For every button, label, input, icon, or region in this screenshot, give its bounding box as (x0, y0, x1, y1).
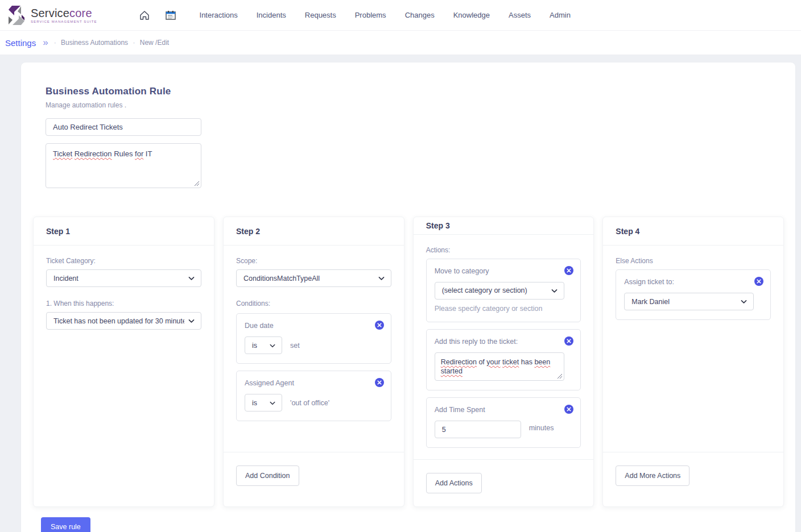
category-select[interactable]: (select category or section) (435, 282, 564, 300)
resize-grip-icon[interactable] (557, 373, 563, 379)
breadcrumb-business-automations[interactable]: Business Automations (61, 39, 128, 47)
condition-due-date: Due date is set (236, 313, 391, 364)
scope-select[interactable]: ConditionsMatchTypeAll (236, 269, 391, 287)
breadcrumb-new-edit: New /Edit (140, 39, 169, 47)
chevron-down-icon (188, 317, 195, 325)
remove-condition-icon[interactable] (375, 378, 384, 387)
chevron-down-icon (740, 298, 748, 305)
nav-incidents[interactable]: Incidents (257, 11, 286, 19)
step4-card: Step 4 Else Actions Assign ticket to: Ma… (602, 217, 784, 507)
rule-description-textarea[interactable]: Ticket Redirection Rules for IT (46, 143, 201, 188)
chevron-down-icon (378, 275, 385, 282)
action-assign-ticket: Assign ticket to: Mark Daniel (616, 269, 771, 320)
action-move-to-category: Move to category (select category or sec… (426, 259, 581, 322)
steps-row: Step 1 Ticket Category: Incident 1. When… (33, 217, 784, 507)
time-unit-label: minutes (529, 424, 554, 432)
action-add-time-spent: Add Time Spent minutes (426, 397, 581, 448)
chevron-down-icon (188, 275, 195, 282)
nav-interactions[interactable]: Interactions (200, 11, 238, 19)
time-spent-input[interactable] (435, 421, 521, 438)
condition-assigned-agent: Assigned Agent is 'out of office' (236, 371, 391, 421)
add-actions-button[interactable]: Add Actions (426, 473, 482, 493)
add-more-actions-button[interactable]: Add More Actions (616, 466, 689, 486)
rule-name-input[interactable] (46, 118, 201, 136)
nav-changes[interactable]: Changes (405, 11, 435, 19)
else-actions-label: Else Actions (616, 257, 771, 265)
ticket-category-label: Ticket Category: (46, 257, 201, 265)
action-label: Add Time Spent (435, 406, 573, 414)
condition-operator-select[interactable]: is (245, 336, 282, 354)
step4-title: Step 4 (603, 217, 783, 246)
chevron-down-icon (551, 287, 558, 294)
action-label: Add this reply to the ticket: (435, 338, 573, 346)
assignee-select[interactable]: Mark Daniel (624, 293, 754, 310)
action-label: Assign ticket to: (624, 278, 762, 286)
double-chevron-icon: » (43, 37, 46, 48)
remove-condition-icon[interactable] (375, 321, 384, 330)
primary-nav: Interactions Incidents Requests Problems… (200, 11, 571, 19)
reply-textarea[interactable]: Redirection of your ticket has been star… (435, 352, 564, 381)
nav-knowledge[interactable]: Knowledge (453, 11, 490, 19)
add-condition-button[interactable]: Add Condition (236, 466, 299, 486)
main-panel: Business Automation Rule Manage automati… (21, 63, 795, 532)
chevron-down-icon (269, 342, 276, 349)
step2-card: Step 2 Scope: ConditionsMatchTypeAll Con… (223, 217, 404, 507)
condition-operator-select[interactable]: is (245, 394, 282, 412)
page-title: Business Automation Rule (46, 86, 784, 97)
step3-title: Step 3 (414, 217, 594, 235)
home-icon[interactable] (138, 9, 151, 22)
action-label: Move to category (435, 267, 573, 275)
nav-admin[interactable]: Admin (550, 11, 571, 19)
ticket-category-select[interactable]: Incident (46, 269, 201, 287)
step1-card: Step 1 Ticket Category: Incident 1. When… (33, 217, 214, 507)
condition-value: set (290, 342, 300, 350)
brand-tagline: SERVICE MANAGEMENT SUITE (31, 20, 97, 23)
nav-problems[interactable]: Problems (355, 11, 386, 19)
nav-assets[interactable]: Assets (509, 11, 531, 19)
condition-value: 'out of office' (290, 399, 329, 407)
brand-name: Servicecore (31, 7, 97, 19)
chevron-down-icon (269, 400, 276, 406)
top-navbar: Servicecore SERVICE MANAGEMENT SUITE Int… (0, 0, 801, 31)
breadcrumb-settings-link[interactable]: Settings (5, 38, 36, 48)
servicecore-logo-icon (7, 5, 26, 26)
remove-action-icon[interactable] (754, 277, 763, 286)
step2-title: Step 2 (224, 217, 404, 246)
action-add-reply: Add this reply to the ticket: Redirectio… (426, 329, 581, 391)
brand-logo[interactable]: Servicecore SERVICE MANAGEMENT SUITE (7, 5, 97, 26)
conditions-label: Conditions: (236, 300, 391, 307)
condition-field-name: Assigned Agent (245, 379, 383, 387)
resize-grip-icon[interactable] (194, 181, 200, 186)
remove-action-icon[interactable] (564, 266, 573, 275)
page-subtitle: Manage automation rules . (46, 101, 784, 109)
category-hint: Please specify category or section (435, 305, 573, 313)
condition-field-name: Due date (245, 322, 383, 330)
nav-requests[interactable]: Requests (305, 11, 336, 19)
scope-label: Scope: (236, 257, 391, 265)
step1-title: Step 1 (34, 217, 214, 246)
trigger-select[interactable]: Ticket has not been updated for 30 minut… (46, 312, 201, 330)
breadcrumb: Settings » · Business Automations · New … (0, 31, 801, 55)
calendar-icon[interactable] (164, 9, 177, 22)
step3-card: Step 3 Actions: Move to category (select… (413, 217, 594, 507)
remove-action-icon[interactable] (564, 336, 573, 346)
actions-label: Actions: (426, 246, 581, 254)
trigger-label: 1. When this happens: (46, 300, 201, 307)
save-rule-button[interactable]: Save rule (41, 517, 90, 532)
